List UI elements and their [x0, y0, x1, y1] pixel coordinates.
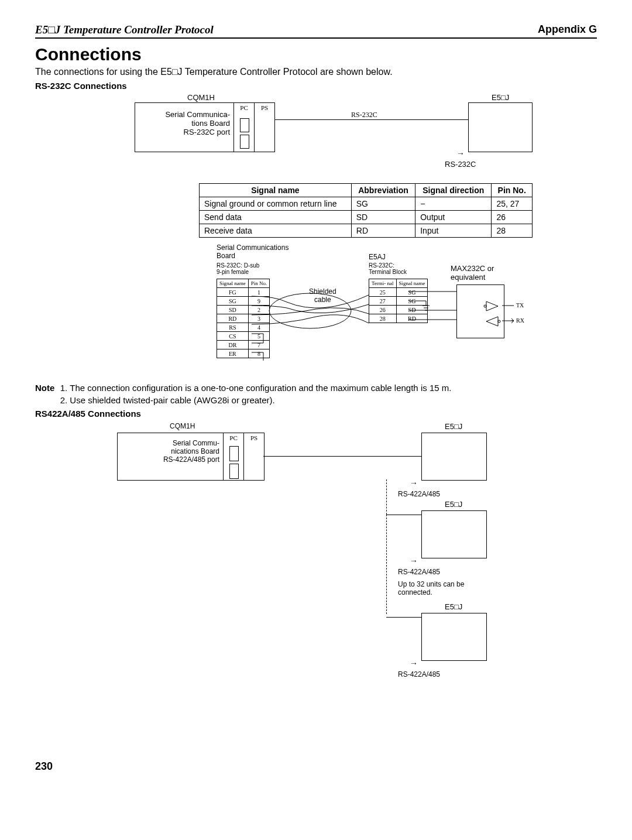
ps-485-label: PS: [244, 434, 264, 441]
ps-label: PS: [255, 104, 274, 111]
rs485-label-1: RS-422A/485: [398, 490, 440, 498]
table-header: Signal direction: [415, 184, 492, 197]
note-label: Note: [35, 383, 54, 407]
cqm1h-label: CQM1H: [187, 93, 215, 102]
arrow-icon: →: [456, 149, 465, 158]
header-right: Appendix G: [538, 23, 597, 36]
port-box: [240, 135, 249, 149]
table-header: Abbreviation: [351, 184, 415, 197]
table-row: Send dataSDOutput26: [200, 211, 533, 224]
svg-point-0: [269, 293, 351, 328]
rx-label: RX: [516, 317, 524, 324]
rs232c-under-label: RS-232C: [445, 160, 476, 169]
e5j-485-block-1: [421, 433, 487, 481]
e5j-block: [468, 102, 533, 152]
port-box: [240, 118, 249, 132]
intro-text: The connections for using the E5□J Tempe…: [35, 67, 597, 77]
tb-label: RS-232C: Terminal Block: [369, 262, 407, 275]
pc-485-label: PC: [224, 434, 243, 441]
e5j-485-label-1: E5□J: [445, 422, 462, 431]
dsub-label: RS-232C: D-sub 9-pin female: [217, 262, 259, 275]
branch-line: [386, 617, 421, 618]
wiring-diagram: Serial Communications Board RS-232C: D-s…: [217, 244, 544, 378]
table-header: Signal name: [200, 184, 352, 197]
arrow-icon: →: [410, 478, 418, 488]
e5j-485-block-2: [421, 510, 487, 558]
board-text: Serial Communica- tions Board RS-232C po…: [135, 103, 234, 152]
note-list: The connection configuration is a one-to…: [59, 383, 451, 407]
dashed-line: [386, 515, 387, 614]
arrow-icon: →: [410, 556, 418, 565]
page-number: 230: [35, 760, 597, 773]
tx-label: TX: [516, 302, 524, 308]
cable-line: [275, 119, 468, 120]
e5j-label: E5□J: [492, 93, 509, 102]
max-wires: [408, 279, 514, 343]
cqm-block: Serial Communica- tions Board RS-232C po…: [135, 102, 275, 152]
cqm485-block: Serial Commu- nications Board RS-422A/48…: [117, 433, 265, 481]
e5j-485-label-3: E5□J: [445, 602, 462, 611]
e5aj-label: E5AJ: [369, 253, 386, 261]
table-header: Pin No.: [492, 184, 533, 197]
e5j-485-label-2: E5□J: [445, 500, 462, 509]
port-box: [229, 464, 239, 479]
page-title: Connections: [35, 44, 597, 64]
board-485-text: Serial Commu- nications Board RS-422A/48…: [118, 433, 224, 480]
rs232-heading: RS-232C Connections: [35, 81, 597, 91]
header-left: E5□J Temperature Controller Protocol: [35, 23, 214, 36]
cqm1h-485-label: CQM1H: [170, 422, 195, 430]
board-label: Serial Communications Board: [217, 244, 288, 260]
rs232-diagram: CQM1H Serial Communica- tions Board RS-2…: [135, 93, 597, 181]
port-box: [229, 446, 239, 461]
note-item: The connection configuration is a one-to…: [70, 383, 451, 393]
rs232c-cable-label: RS-232C: [351, 111, 377, 119]
up-to-text: Up to 32 units can be connected.: [398, 580, 464, 596]
rs485-label-2: RS-422A/485: [398, 568, 440, 576]
cable-485: [263, 456, 421, 457]
dashed-line: [386, 479, 387, 515]
table-row: Receive dataRDInput28: [200, 224, 533, 238]
signal-table: Signal nameAbbreviationSignal directionP…: [199, 183, 533, 238]
pc-label: PC: [234, 104, 254, 111]
table-row: Signal ground or common return lineSG−25…: [200, 197, 533, 211]
rs485-label-3: RS-422A/485: [398, 670, 440, 678]
rs485-diagram: CQM1H Serial Commu- nications Board RS-4…: [82, 421, 597, 749]
branch-line: [386, 515, 421, 515]
wire-lines: [252, 284, 369, 361]
e5j-485-block-3: [421, 613, 487, 661]
arrow-icon: →: [410, 659, 418, 668]
rs485-heading: RS422A/485 Connections: [35, 409, 597, 419]
note-item: Use shielded twisted-pair cable (AWG28i …: [70, 395, 451, 405]
